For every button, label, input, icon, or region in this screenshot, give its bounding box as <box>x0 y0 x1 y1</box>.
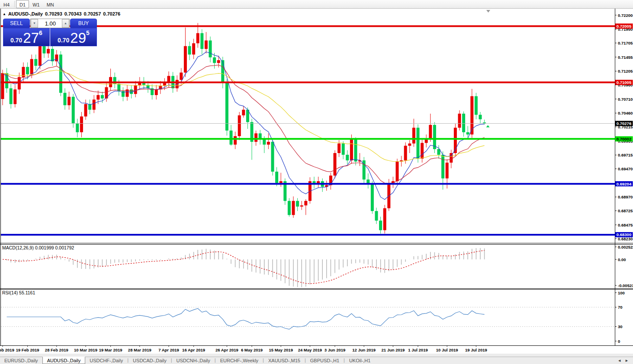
svg-text:70: 70 <box>618 305 623 310</box>
timeframe-button-w1[interactable]: W1 <box>29 0 43 8</box>
svg-text:21 Jun 2019: 21 Jun 2019 <box>381 348 405 352</box>
svg-text:0.68475: 0.68475 <box>618 223 633 227</box>
chart-window: 0.722000.719500.717050.714550.712050.709… <box>0 9 633 354</box>
one-click-trading-widget: SELL ▼ ▲ BUY 0.70 27 6 0.70 29 5 <box>3 19 97 46</box>
chart-tab-ukoil[interactable]: UKOil-,H1 <box>345 357 375 364</box>
svg-text:19 Mar 2019: 19 Mar 2019 <box>99 348 122 352</box>
volume-input[interactable] <box>38 19 62 28</box>
svg-text:0.72005: 0.72005 <box>617 24 632 29</box>
svg-text:10 Mar 2019: 10 Mar 2019 <box>74 348 97 352</box>
svg-text:0.68725: 0.68725 <box>618 208 633 213</box>
svg-text:0.69470: 0.69470 <box>618 166 633 171</box>
svg-text:0: 0 <box>618 339 620 344</box>
svg-text:24 May 2019: 24 May 2019 <box>298 348 322 352</box>
svg-text:28 Feb 2019: 28 Feb 2019 <box>45 348 68 352</box>
svg-text:7 Apr 2019: 7 Apr 2019 <box>158 348 179 352</box>
chart-tab-usdcnh[interactable]: USDCNH-,Daily <box>172 357 215 364</box>
svg-text:19 Feb 2019: 19 Feb 2019 <box>16 348 39 352</box>
close-value: 0.70276 <box>103 11 120 16</box>
svg-text:0.68300: 0.68300 <box>617 232 631 237</box>
tab-scroll-arrows: ◄► <box>617 357 633 364</box>
sell-price-panel[interactable]: 0.70 27 6 <box>3 28 50 46</box>
svg-text:16 Apr 2019: 16 Apr 2019 <box>182 348 205 352</box>
volume-decrease-button[interactable]: ▼ <box>31 19 38 28</box>
chart-tab-audusd[interactable]: AUDUSD-,Daily <box>42 357 86 364</box>
toolbar-separator <box>14 1 15 7</box>
chart-tab-eurusd[interactable]: EURUSD-,Daily <box>0 357 42 364</box>
buy-price-main: 29 <box>70 32 86 45</box>
svg-text:0.71455: 0.71455 <box>618 55 633 60</box>
chart-tab-gbpusd[interactable]: GBPUSD-,H1 <box>306 357 344 364</box>
svg-text:28 Mar 2019: 28 Mar 2019 <box>128 348 151 352</box>
svg-text:0.70002: 0.70002 <box>617 137 631 141</box>
volume-stepper: ▼ ▲ <box>30 19 70 28</box>
sell-price-main: 27 <box>23 32 39 45</box>
chart-tab-eurchf[interactable]: EURCHF-,Weekly <box>216 357 263 364</box>
svg-text:-0.005234: -0.005234 <box>618 283 633 288</box>
timeframe-button-d1[interactable]: D1 <box>16 0 29 8</box>
tab-scroll-right-icon[interactable]: ► <box>625 357 629 364</box>
svg-text:100: 100 <box>618 291 625 295</box>
sell-price-pip: 6 <box>39 29 42 36</box>
tab-scroll-left-icon[interactable]: ◄ <box>617 357 621 364</box>
chart-tab-xauusd[interactable]: XAUUSD-,M15 <box>264 357 305 364</box>
window-gap-strip <box>0 354 633 357</box>
sell-button[interactable]: SELL <box>3 19 30 28</box>
svg-text:6 May 2019: 6 May 2019 <box>241 348 263 352</box>
svg-text:3 Jun 2019: 3 Jun 2019 <box>325 348 346 352</box>
collapse-triangle-icon[interactable]: ▲ <box>3 12 6 16</box>
timeframe-button-mn[interactable]: MN <box>43 0 58 8</box>
volume-increase-button[interactable]: ▲ <box>62 19 69 28</box>
timeframe-button-h4[interactable]: H4 <box>0 0 13 8</box>
open-value: 0.70293 <box>45 11 62 16</box>
svg-text:0.69204: 0.69204 <box>617 182 632 186</box>
svg-text:26 Apr 2019: 26 Apr 2019 <box>215 348 238 352</box>
svg-text:0.71705: 0.71705 <box>618 41 633 45</box>
buy-price-panel[interactable]: 0.70 29 5 <box>50 28 97 46</box>
buy-price-pip: 5 <box>86 29 90 36</box>
svg-text:10 Jul 2019: 10 Jul 2019 <box>436 348 458 352</box>
chart-ohlc-header: ▲ AUDUSD-,Daily 0.70293 0.70343 0.70257 … <box>3 11 120 16</box>
svg-text:0.71205: 0.71205 <box>618 69 633 73</box>
buy-button[interactable]: BUY <box>70 19 97 28</box>
svg-text:0.69715: 0.69715 <box>618 153 633 157</box>
macd-indicator-label: MACD(12,26,9) 0.001999 0.001792 <box>2 245 74 250</box>
chart-tab-bar: EURUSD-,DailyAUDUSD-,DailyUSDCHF-,Daily|… <box>0 357 633 364</box>
svg-text:1 Jul 2019: 1 Jul 2019 <box>408 348 427 352</box>
rsi-indicator-label: RSI(14) 55.1161 <box>2 290 35 295</box>
chart-tab-usdcad[interactable]: USDCAD-,Daily <box>129 357 171 364</box>
svg-text:0.72200: 0.72200 <box>618 13 633 18</box>
svg-text:19 Jul 2019: 19 Jul 2019 <box>465 348 487 352</box>
svg-text:15 May 2019: 15 May 2019 <box>269 348 292 352</box>
svg-text:0.70276: 0.70276 <box>617 121 631 126</box>
chart-canvas[interactable]: 0.722000.719500.717050.714550.712050.709… <box>0 9 633 354</box>
low-value: 0.70257 <box>84 11 101 16</box>
svg-text:0.70710: 0.70710 <box>618 97 633 102</box>
svg-text:0.002522: 0.002522 <box>618 245 633 249</box>
svg-text:0.70460: 0.70460 <box>618 111 633 115</box>
high-value: 0.70343 <box>64 11 82 16</box>
svg-text:12 Jun 2019: 12 Jun 2019 <box>352 348 376 352</box>
svg-text:0.68970: 0.68970 <box>618 195 633 199</box>
symbol-period-label: AUDUSD-,Daily <box>8 11 43 16</box>
chart-tab-usdchf[interactable]: USDCHF-,Daily <box>85 357 127 364</box>
buy-price-prefix: 0.70 <box>58 36 69 45</box>
sell-price-prefix: 0.70 <box>10 36 22 45</box>
timeframe-toolbar: H4D1W1MN <box>0 0 633 9</box>
svg-text:30: 30 <box>618 324 623 329</box>
svg-text:10 Feb 2019: 10 Feb 2019 <box>0 348 14 352</box>
svg-text:0.71005: 0.71005 <box>617 80 632 85</box>
svg-text:0.00: 0.00 <box>618 257 626 262</box>
